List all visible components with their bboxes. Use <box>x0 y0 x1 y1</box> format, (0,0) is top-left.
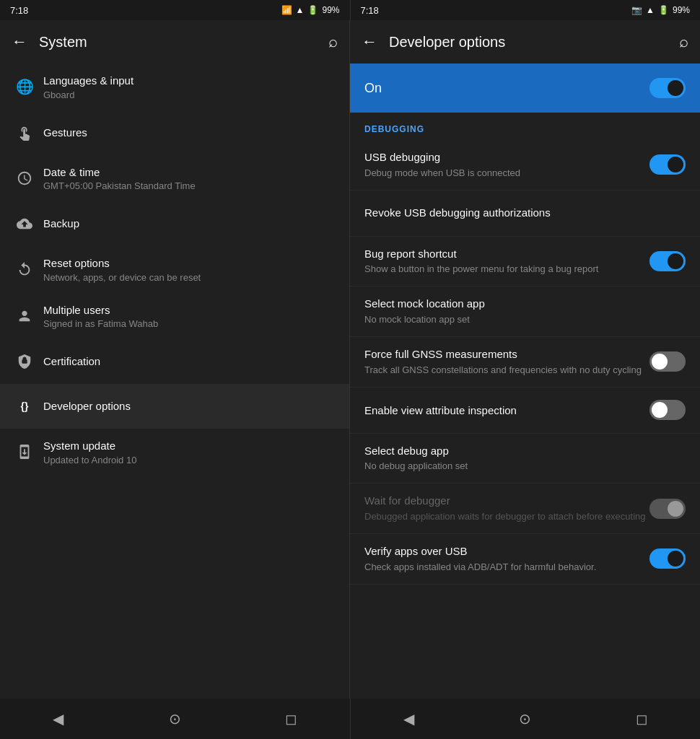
right-header-title: Developer options <box>389 34 679 51</box>
reset-title: Reset options <box>43 256 338 271</box>
debug-app-text: Select debug app No debug application se… <box>364 444 686 473</box>
sidebar-item-system-update[interactable]: System update Updated to Android 10 <box>0 429 349 476</box>
settings-scroll[interactable]: DEBUGGING USB debugging Debug mode when … <box>350 113 700 699</box>
battery-icon: 🔋 <box>307 5 318 15</box>
debug-app-title: Select debug app <box>364 444 686 458</box>
right-bottom-nav: ◀ ⊙ ◻ <box>351 699 701 739</box>
setting-revoke-usb[interactable]: Revoke USB debugging authorizations <box>350 191 700 237</box>
usb-toggle-thumb <box>668 157 683 172</box>
sidebar-item-datetime[interactable]: Date & time GMT+05:00 Pakistan Standard … <box>0 155 349 202</box>
view-inspection-toggle[interactable] <box>649 400 686 420</box>
left-time: 7:18 <box>10 5 28 16</box>
setting-mock-location[interactable]: Select mock location app No mock locatio… <box>350 287 700 337</box>
view-inspection-text: Enable view attribute inspection <box>364 403 649 418</box>
wait-debugger-title: Wait for debugger <box>364 494 649 508</box>
left-home-nav[interactable]: ⊙ <box>160 704 189 733</box>
right-status-icons: 📷 ▲ 🔋 99% <box>631 5 690 15</box>
developer-text: Developer options <box>38 399 338 414</box>
gnss-toggle-thumb <box>652 354 668 370</box>
gnss-title: Force full GNSS measurements <box>364 347 649 362</box>
setting-view-inspection[interactable]: Enable view attribute inspection <box>350 388 700 434</box>
reset-text: Reset options Network, apps, or device c… <box>38 256 338 283</box>
setting-verify-apps[interactable]: Verify apps over USB Check apps installe… <box>350 534 700 585</box>
right-back-button[interactable]: ← <box>362 32 377 51</box>
right-recent-nav[interactable]: ◻ <box>627 704 656 733</box>
right-back-nav[interactable]: ◀ <box>394 704 423 733</box>
developer-icon: {} <box>12 401 38 412</box>
datetime-icon <box>12 170 38 186</box>
setting-bug-report[interactable]: Bug report shortcut Show a button in the… <box>350 237 700 287</box>
mock-location-subtitle: No mock location app set <box>364 313 686 326</box>
system-update-subtitle: Updated to Android 10 <box>43 455 338 465</box>
usb-debugging-toggle[interactable] <box>649 154 686 175</box>
users-subtitle: Signed in as Fatima Wahab <box>43 318 338 329</box>
bug-report-subtitle: Show a button in the power menu for taki… <box>364 263 649 276</box>
users-text: Multiple users Signed in as Fatima Wahab <box>38 303 338 330</box>
verify-toggle-thumb <box>668 551 683 567</box>
sidebar-item-users[interactable]: Multiple users Signed in as Fatima Wahab <box>0 293 349 340</box>
gestures-icon <box>12 125 38 141</box>
languages-text: Languages & input Gboard <box>38 74 338 100</box>
sidebar-item-reset[interactable]: Reset options Network, apps, or device c… <box>0 246 349 293</box>
left-search-button[interactable]: ⌕ <box>328 32 338 51</box>
bug-report-toggle[interactable] <box>649 251 686 271</box>
sidebar-item-certification[interactable]: Certification <box>0 339 349 384</box>
right-status-bar: 7:18 📷 ▲ 🔋 99% <box>351 0 701 20</box>
setting-wait-debugger: Wait for debugger Debugged application w… <box>350 484 700 534</box>
left-header-title: System <box>39 34 328 51</box>
developer-title: Developer options <box>43 399 338 414</box>
debug-app-subtitle: No debug application set <box>364 460 686 473</box>
right-wifi-icon: ▲ <box>646 5 655 15</box>
sidebar-item-languages[interactable]: 🌐 Languages & input Gboard <box>0 64 349 110</box>
datetime-title: Date & time <box>43 165 338 180</box>
developer-toggle[interactable] <box>649 78 686 98</box>
certification-icon <box>12 354 38 370</box>
verify-apps-subtitle: Check apps installed via ADB/ADT for har… <box>364 561 649 574</box>
system-update-icon <box>12 444 38 460</box>
setting-usb-debugging[interactable]: USB debugging Debug mode when USB is con… <box>350 140 700 191</box>
left-status-bar: 7:18 📶 ▲ 🔋 99% <box>0 0 350 20</box>
gestures-text: Gestures <box>38 126 338 140</box>
revoke-usb-title: Revoke USB debugging authorizations <box>364 206 686 220</box>
right-battery-icon: 🔋 <box>658 5 669 15</box>
datetime-text: Date & time GMT+05:00 Pakistan Standard … <box>38 165 338 192</box>
wait-debugger-subtitle: Debugged application waits for debugger … <box>364 510 649 523</box>
left-status-icons: 📶 ▲ 🔋 99% <box>281 5 340 15</box>
sidebar-item-backup[interactable]: Backup <box>0 201 349 246</box>
users-icon <box>12 308 38 324</box>
left-header: ← System ⌕ <box>0 20 349 64</box>
right-home-nav[interactable]: ⊙ <box>511 704 540 733</box>
wait-debugger-text: Wait for debugger Debugged application w… <box>364 494 649 523</box>
sidebar-item-gestures[interactable]: Gestures <box>0 110 349 155</box>
right-search-button[interactable]: ⌕ <box>679 32 688 51</box>
languages-icon: 🌐 <box>12 78 38 95</box>
developer-on-row[interactable]: On <box>350 64 700 113</box>
system-update-title: System update <box>43 439 338 453</box>
sim-icon: 📶 <box>281 5 292 15</box>
view-toggle-thumb <box>652 402 668 418</box>
backup-icon <box>12 216 38 232</box>
reset-icon <box>12 261 38 277</box>
main-content: ← System ⌕ 🌐 Languages & input Gboard Ge… <box>0 20 700 699</box>
revoke-usb-text: Revoke USB debugging authorizations <box>364 206 686 220</box>
left-back-nav[interactable]: ◀ <box>44 704 73 733</box>
wait-toggle-thumb <box>668 501 683 517</box>
left-bottom-nav: ◀ ⊙ ◻ <box>0 699 350 739</box>
setting-debug-app[interactable]: Select debug app No debug application se… <box>350 434 700 484</box>
bottom-nav: ◀ ⊙ ◻ ◀ ⊙ ◻ <box>0 699 700 739</box>
backup-text: Backup <box>38 217 338 231</box>
verify-apps-toggle[interactable] <box>649 548 686 569</box>
languages-title: Languages & input <box>43 74 338 88</box>
setting-gnss[interactable]: Force full GNSS measurements Track all G… <box>350 337 700 388</box>
right-header: ← Developer options ⌕ <box>350 20 700 64</box>
left-back-button[interactable]: ← <box>12 32 27 51</box>
gnss-subtitle: Track all GNSS constellations and freque… <box>364 364 649 377</box>
gnss-toggle[interactable] <box>649 351 686 372</box>
users-title: Multiple users <box>43 303 338 318</box>
certification-text: Certification <box>38 354 338 369</box>
gestures-title: Gestures <box>43 126 338 140</box>
sidebar-item-developer[interactable]: {} Developer options <box>0 384 349 429</box>
mock-location-text: Select mock location app No mock locatio… <box>364 297 686 326</box>
bug-report-title: Bug report shortcut <box>364 247 649 261</box>
left-recent-nav[interactable]: ◻ <box>277 704 306 733</box>
